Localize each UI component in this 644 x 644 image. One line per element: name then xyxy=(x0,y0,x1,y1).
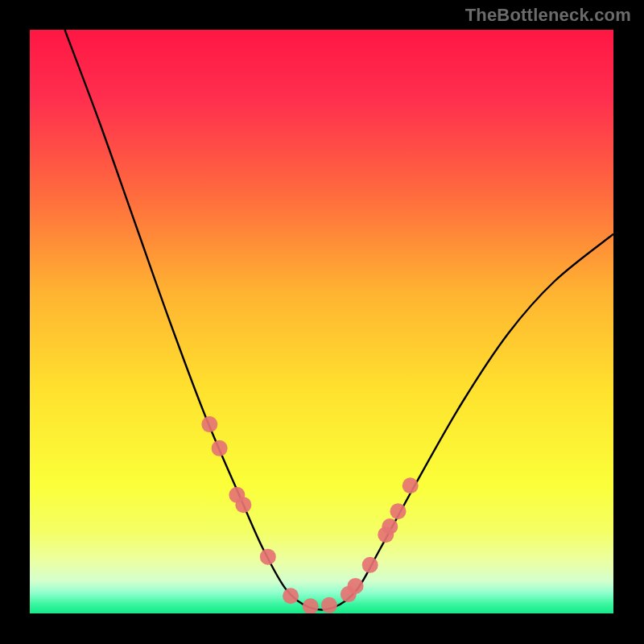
highlight-point xyxy=(362,557,378,573)
plot-frame xyxy=(30,30,613,613)
highlight-point xyxy=(235,497,251,513)
bottleneck-curve xyxy=(65,30,614,609)
highlight-point xyxy=(348,578,364,594)
watermark-label: TheBottleneck.com xyxy=(465,5,631,26)
highlight-point xyxy=(390,503,406,519)
highlight-point xyxy=(382,518,398,535)
highlight-point xyxy=(283,588,299,604)
plot-overlay xyxy=(30,30,613,613)
highlight-point xyxy=(303,598,319,613)
highlight-point xyxy=(260,549,276,565)
highlight-point xyxy=(321,597,337,613)
highlight-point xyxy=(212,440,228,456)
highlight-point xyxy=(201,416,217,432)
highlight-markers xyxy=(201,416,418,613)
highlight-point xyxy=(402,477,419,493)
